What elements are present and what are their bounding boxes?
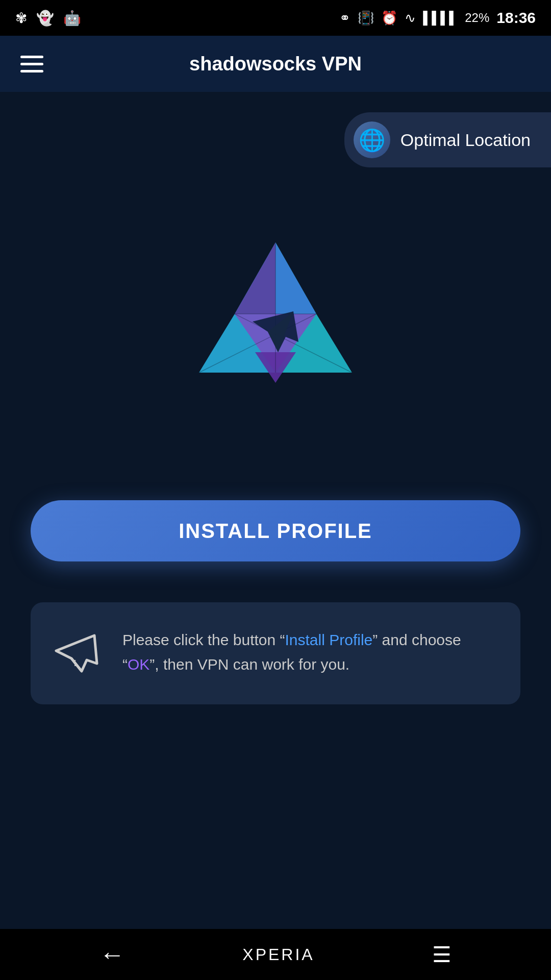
- alarm-icon: ⏰: [381, 10, 397, 26]
- globe-symbol: 🌐: [359, 128, 385, 153]
- signal-icon: ▌▌▌▌: [423, 11, 458, 25]
- status-bar-left-icons: ✾ 👻 🤖: [15, 10, 81, 27]
- paper-plane-outline-icon: i: [54, 630, 99, 676]
- logo-area: [194, 235, 357, 398]
- vibrate-icon: 📳: [358, 10, 374, 26]
- time-display: 18:36: [496, 9, 536, 27]
- optimal-location-label: Optimal Location: [400, 130, 531, 150]
- info-ok-highlight: OK: [128, 656, 149, 673]
- svg-marker-3: [235, 242, 276, 314]
- info-text-suffix: ”, then VPN can work for you.: [149, 656, 349, 673]
- brand-label: XPERIA: [242, 945, 314, 964]
- bluetooth-icon: ⚭: [339, 10, 350, 26]
- hamburger-line-3: [20, 70, 43, 72]
- snapchat-icon: 👻: [36, 10, 54, 27]
- info-icon: i: [51, 628, 102, 679]
- info-install-highlight: Install Profile: [285, 631, 373, 648]
- top-bar: shadowsocks VPN: [0, 36, 551, 92]
- nav-menu-button[interactable]: ☰: [432, 942, 452, 967]
- status-bar-right-icons: ⚭ 📳 ⏰ ∿ ▌▌▌▌ 22% 18:36: [339, 9, 536, 27]
- info-card: i Please click the button “Install Profi…: [31, 602, 520, 704]
- app-title: shadowsocks VPN: [189, 53, 362, 75]
- leaf-icon: ✾: [15, 10, 27, 27]
- menu-button[interactable]: [20, 56, 43, 72]
- svg-text:i: i: [74, 659, 76, 668]
- optimal-location-badge[interactable]: 🌐 Optimal Location: [344, 112, 551, 167]
- install-profile-label: INSTALL PROFILE: [179, 520, 372, 543]
- back-button[interactable]: ←: [99, 940, 125, 969]
- svg-line-14: [71, 658, 82, 671]
- battery-text: 22%: [465, 11, 489, 25]
- svg-marker-4: [276, 242, 316, 314]
- hamburger-line-2: [20, 63, 43, 65]
- wifi-icon: ∿: [405, 10, 416, 26]
- status-bar: ✾ 👻 🤖 ⚭ 📳 ⏰ ∿ ▌▌▌▌ 22% 18:36: [0, 0, 551, 36]
- vpn-logo: [194, 235, 357, 398]
- hamburger-line-1: [20, 56, 43, 58]
- install-profile-button[interactable]: INSTALL PROFILE: [31, 500, 520, 561]
- globe-icon: 🌐: [354, 121, 390, 158]
- main-content: 🌐 Optimal Location: [0, 92, 551, 704]
- info-card-text: Please click the button “Install Profile…: [122, 628, 495, 677]
- info-text-prefix: Please click the button “: [122, 631, 285, 648]
- bottom-navigation: ← XPERIA ☰: [0, 929, 551, 980]
- robot-icon: 🤖: [63, 10, 81, 27]
